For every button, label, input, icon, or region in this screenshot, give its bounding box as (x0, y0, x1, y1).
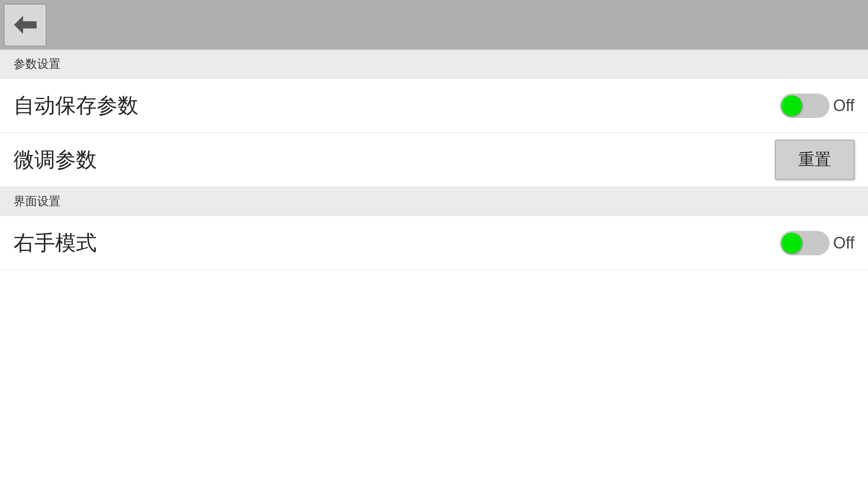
row-fine-tune: 微调参数 重置 (0, 133, 868, 187)
toggle-right-hand-label: Off (833, 234, 854, 253)
toggle-right-hand-container: Off (780, 231, 854, 255)
back-arrow-icon (12, 14, 39, 36)
section-header-params: 参数设置 (0, 50, 868, 79)
toggle-auto-save[interactable] (780, 94, 830, 118)
label-fine-tune: 微调参数 (14, 146, 97, 174)
row-auto-save: 自动保存参数 Off (0, 79, 868, 133)
label-right-hand: 右手模式 (14, 229, 97, 257)
section-label-params: 参数设置 (14, 57, 61, 70)
svg-marker-0 (14, 16, 37, 34)
row-right-hand: 右手模式 Off (0, 216, 868, 270)
back-button[interactable] (4, 4, 47, 47)
section-label-ui: 界面设置 (14, 194, 61, 208)
toggle-auto-save-label: Off (833, 96, 854, 115)
section-header-ui: 界面设置 (0, 187, 868, 216)
reset-button[interactable]: 重置 (775, 140, 854, 180)
top-bar (0, 0, 868, 50)
toggle-right-hand-knob (782, 233, 802, 253)
label-auto-save: 自动保存参数 (14, 92, 138, 120)
toggle-right-hand[interactable] (780, 231, 830, 255)
toggle-auto-save-container: Off (780, 94, 854, 118)
toggle-auto-save-knob (782, 95, 802, 116)
